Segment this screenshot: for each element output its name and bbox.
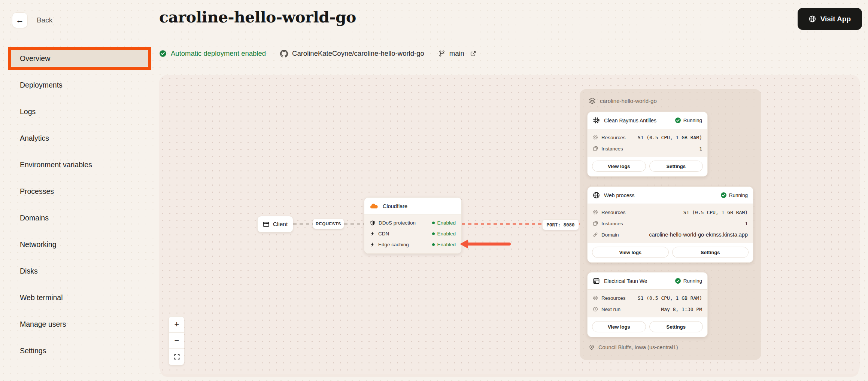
feature-status: Enabled	[432, 220, 456, 226]
requests-edge-label: REQUESTS	[313, 219, 344, 229]
bolt-icon	[370, 242, 375, 247]
sidebar-item-analytics[interactable]: Analytics	[11, 130, 148, 146]
view-logs-button[interactable]: View logs	[592, 321, 646, 332]
sidebar-item-settings[interactable]: Settings	[11, 342, 148, 359]
app-group-title: caroline-hello-world-go	[600, 98, 657, 104]
sidebar-item-domains[interactable]: Domains	[11, 210, 148, 226]
process-card-cron: Electrical Taun We Running Resources S1 …	[587, 272, 708, 337]
fullscreen-icon	[174, 354, 180, 360]
resources-icon	[593, 135, 598, 140]
running-badge: Running	[675, 278, 702, 284]
next-run-clock-icon	[593, 307, 598, 312]
visit-app-label: Visit App	[820, 15, 851, 23]
sidebar-item-networking[interactable]: Networking	[11, 236, 148, 253]
sidebar-item-environment-variables[interactable]: Environment variables	[11, 156, 148, 173]
running-check-icon	[720, 192, 727, 198]
process-name: Clean Raymus Antilles	[604, 118, 656, 124]
cloudflare-features: DDoS protection Enabled CDN Enabled Edge…	[364, 214, 461, 253]
external-link-icon	[470, 51, 476, 57]
process-name: Web process	[604, 192, 634, 198]
settings-button[interactable]: Settings	[672, 247, 749, 258]
sidebar-item-disks[interactable]: Disks	[11, 263, 148, 279]
back-label: Back	[37, 16, 52, 24]
cloudflare-card-header: Cloudflare	[364, 198, 461, 214]
zoom-in-button[interactable]: +	[169, 317, 184, 333]
feature-status: Enabled	[432, 242, 456, 247]
cloudflare-feature-row: DDoS protection Enabled	[364, 217, 461, 228]
process-card-header: Electrical Taun We Running	[588, 272, 707, 289]
client-label: Client	[273, 221, 288, 228]
process-detail-row: Instances 1	[588, 218, 753, 229]
browser-icon	[263, 221, 269, 228]
branch-name: main	[449, 49, 464, 58]
process-card-web: Web process Running Resources S1 (0.5 CP…	[587, 186, 753, 263]
worker-gear-icon	[593, 117, 600, 124]
sidebar-item-manage-users[interactable]: Manage users	[11, 316, 148, 332]
view-logs-button[interactable]: View logs	[592, 247, 669, 258]
instances-icon	[593, 221, 598, 226]
enabled-dot	[432, 222, 435, 224]
running-check-icon	[675, 117, 681, 124]
process-card-background: Clean Raymus Antilles Running Resources …	[587, 112, 708, 177]
settings-button[interactable]: Settings	[649, 161, 703, 172]
datacenter-location: Council Bluffs, Iowa (us-central1)	[589, 344, 678, 350]
port-edge-label: PORT: 8080	[542, 219, 579, 230]
minus-icon: −	[174, 336, 179, 345]
sidebar-item-overview[interactable]: Overview	[11, 50, 148, 67]
sidebar-item-web-terminal[interactable]: Web terminal	[11, 289, 148, 306]
deployment-status: Automatic deployment enabled	[159, 49, 266, 58]
cloudflare-title: Cloudflare	[383, 203, 407, 209]
settings-button[interactable]: Settings	[649, 321, 703, 332]
app-group-panel: caroline-hello-world-go Clean Raymus Ant…	[580, 89, 761, 360]
app-group-header: caroline-hello-world-go	[580, 89, 761, 104]
branch-icon	[438, 50, 445, 57]
repo-name: CarolineKateCoyne/caroline-hello-world-g…	[292, 49, 424, 58]
shield-icon	[370, 220, 375, 226]
cloudflare-card: Cloudflare DDoS protection Enabled CDN E…	[364, 197, 462, 254]
status-bar: Automatic deployment enabled CarolineKat…	[159, 48, 476, 60]
layers-icon	[589, 97, 596, 104]
repo-link[interactable]: CarolineKateCoyne/caroline-hello-world-g…	[280, 49, 424, 58]
resources-icon	[593, 210, 598, 215]
location-pin-icon	[589, 344, 595, 350]
sidebar-nav: Overview Deployments Logs Analytics Envi…	[11, 50, 148, 369]
calendar-clock-icon	[593, 277, 600, 284]
cloudflare-feature-row: CDN Enabled	[364, 228, 461, 239]
globe-icon	[809, 15, 816, 22]
branch-link[interactable]: main	[438, 49, 476, 58]
process-detail-row: Next run May 8, 1:30 PM	[588, 304, 707, 315]
cloudflare-cloud-icon	[370, 203, 378, 209]
process-detail-row: Instances 1	[588, 143, 707, 154]
back-arrow-icon: ←	[16, 15, 24, 25]
back-button[interactable]: ←	[12, 12, 28, 28]
enabled-dot	[432, 232, 435, 235]
instances-icon	[593, 146, 598, 151]
fit-view-button[interactable]	[169, 349, 184, 365]
sidebar-item-deployments[interactable]: Deployments	[11, 77, 148, 93]
annotation-arrow	[460, 240, 511, 249]
deployment-diagram-canvas[interactable]: Client REQUESTS PORT: 8080 Cloudflare DD…	[159, 75, 860, 374]
client-node: Client	[257, 216, 293, 232]
cloudflare-feature-row: Edge caching Enabled	[364, 239, 461, 250]
bolt-icon	[370, 231, 375, 236]
web-globe-icon	[593, 192, 600, 199]
view-logs-button[interactable]: View logs	[592, 161, 646, 172]
process-card-header: Clean Raymus Antilles Running	[588, 112, 707, 129]
zoom-out-button[interactable]: −	[169, 333, 184, 349]
visit-app-button[interactable]: Visit App	[798, 8, 862, 30]
sidebar-item-logs[interactable]: Logs	[11, 103, 148, 120]
running-check-icon	[675, 278, 681, 284]
process-detail-row: Resources S1 (0.5 CPU, 1 GB RAM)	[588, 132, 707, 143]
process-name: Electrical Taun We	[604, 278, 647, 284]
running-badge: Running	[675, 117, 702, 124]
process-detail-row: Domain caroline-hello-world-go-ekmss.kin…	[588, 229, 753, 240]
enabled-dot	[432, 243, 435, 246]
running-badge: Running	[720, 192, 748, 198]
resources-icon	[593, 295, 598, 301]
feature-status: Enabled	[432, 231, 456, 237]
sidebar-item-processes[interactable]: Processes	[11, 183, 148, 199]
plus-icon: +	[174, 320, 179, 329]
canvas-zoom-controls: + −	[169, 316, 184, 365]
arrow-shaft	[467, 243, 511, 246]
process-card-header: Web process Running	[588, 187, 753, 204]
